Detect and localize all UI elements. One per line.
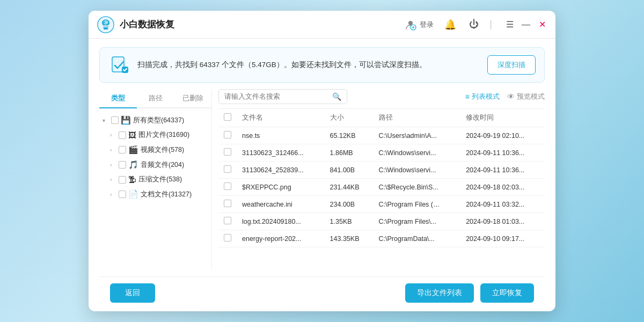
chevron-right-icon: › xyxy=(110,192,116,197)
tree-item-all[interactable]: ▾ 💾 所有类型(64337) xyxy=(99,113,211,128)
list-mode-label: 列表模式 xyxy=(472,92,500,101)
app-logo xyxy=(97,16,114,33)
row-path: C:\$Recycle.Bin\S... xyxy=(374,179,461,196)
archive-icon: 🗜 xyxy=(128,175,136,184)
menu-button[interactable]: ☰ xyxy=(505,20,515,30)
bell-icon[interactable]: 🔔 xyxy=(442,18,458,32)
scan-result-banner: 扫描完成，共找到 64337 个文件（5.47GB）。如要还未找到文件，可以尝试… xyxy=(99,47,545,83)
minimize-button[interactable]: — xyxy=(521,20,531,30)
table-header-row: 文件名 大小 路径 修改时间 xyxy=(218,109,545,127)
tree-item-archive[interactable]: › 🗜 压缩文件(538) xyxy=(99,172,211,187)
tree-checkbox-doc[interactable] xyxy=(119,191,126,198)
tree-label-audio: 音频文件(204) xyxy=(141,160,208,170)
row-modified: 2024-09-11 03:32... xyxy=(460,196,545,213)
row-size: 234.00B xyxy=(325,196,374,213)
tree-label-archive: 压缩文件(538) xyxy=(138,175,208,184)
table-row[interactable]: log.txt.202409180... 1.35KB C:\Program F… xyxy=(218,213,545,230)
tab-bar: 类型 路径 已删除 xyxy=(99,89,211,108)
preview-view-toggle[interactable]: 👁 预览模式 xyxy=(507,92,545,101)
row-path: C:\Users\admin\A... xyxy=(374,127,461,144)
footer: 返回 导出文件列表 立即恢复 xyxy=(99,276,545,303)
file-table: 文件名 大小 路径 修改时间 nse.ts 65.12KB C:\Users\a… xyxy=(218,108,545,270)
row-modified: 2024-09-18 01:03... xyxy=(460,213,545,230)
content-area: 扫描完成，共找到 64337 个文件（5.47GB）。如要还未找到文件，可以尝试… xyxy=(89,39,555,311)
tab-type[interactable]: 类型 xyxy=(99,89,137,108)
close-button[interactable]: ✕ xyxy=(537,20,547,30)
row-check-cell xyxy=(218,196,237,213)
tree-checkbox-video[interactable] xyxy=(119,146,126,153)
main-area: 类型 路径 已删除 ▾ 💾 所有类型(64337) › xyxy=(99,89,545,270)
tree-item-doc[interactable]: › 📄 文档文件(31327) xyxy=(99,187,211,202)
col-check xyxy=(218,109,237,127)
row-path: C:\Program Files\... xyxy=(374,213,461,230)
table-row[interactable]: energy-report-202... 143.35KB C:\Program… xyxy=(218,230,545,247)
row-name: 31130623_312466... xyxy=(237,144,325,162)
row-checkbox[interactable] xyxy=(224,217,231,224)
footer-right-buttons: 导出文件列表 立即恢复 xyxy=(405,283,534,303)
table-row[interactable]: 31130623_312466... 1.86MB C:\Windows\ser… xyxy=(218,144,545,162)
tree-item-image[interactable]: › 🖼 图片文件(31690) xyxy=(99,128,211,142)
back-button[interactable]: 返回 xyxy=(110,283,155,303)
file-toolbar: 🔍 ≡ 列表模式 👁 预览模式 xyxy=(218,89,545,104)
chevron-down-icon: ▾ xyxy=(103,118,109,123)
header-checkbox[interactable] xyxy=(224,113,231,121)
row-modified: 2024-09-11 10:36... xyxy=(460,162,545,179)
row-check-cell xyxy=(218,127,237,144)
row-modified: 2024-09-18 02:03... xyxy=(460,179,545,196)
search-box: 🔍 xyxy=(218,89,347,104)
tab-path[interactable]: 路径 xyxy=(137,89,174,107)
power-icon[interactable]: ⏻ xyxy=(467,18,481,31)
audio-icon: 🎵 xyxy=(128,160,138,170)
row-size: 65.12KB xyxy=(325,127,374,144)
tree-label-all: 所有类型(64337) xyxy=(133,116,208,125)
export-button[interactable]: 导出文件列表 xyxy=(405,283,474,303)
tab-deleted[interactable]: 已删除 xyxy=(174,89,211,107)
row-checkbox[interactable] xyxy=(224,234,231,241)
row-checkbox[interactable] xyxy=(224,200,231,207)
tree-checkbox-all[interactable] xyxy=(111,116,119,124)
app-window: 小白数据恢复 登录 🔔 ⏻ | ☰ — ✕ xyxy=(89,11,555,311)
view-modes: ≡ 列表模式 👁 预览模式 xyxy=(465,92,545,101)
tree-checkbox-audio[interactable] xyxy=(119,161,126,169)
row-path: C:\ProgramData\... xyxy=(374,230,461,247)
recover-button[interactable]: 立即恢复 xyxy=(480,283,534,303)
image-icon: 🖼 xyxy=(128,130,136,140)
row-checkbox[interactable] xyxy=(224,182,231,190)
search-icon: 🔍 xyxy=(332,92,341,101)
row-checkbox[interactable] xyxy=(224,165,231,173)
scan-result-icon xyxy=(108,54,130,76)
row-size: 841.00B xyxy=(325,162,374,179)
row-path: C:\Program Files (… xyxy=(374,196,461,213)
titlebar-actions: 登录 🔔 ⏻ | ☰ — ✕ xyxy=(405,18,547,32)
col-name: 文件名 xyxy=(237,109,325,127)
row-size: 231.44KB xyxy=(325,179,374,196)
row-name: weathercache.ini xyxy=(237,196,325,213)
user-area[interactable]: 登录 xyxy=(405,19,434,31)
row-name: 31130624_252839... xyxy=(237,162,325,179)
list-view-toggle[interactable]: ≡ 列表模式 xyxy=(465,92,500,101)
row-size: 1.86MB xyxy=(325,144,374,162)
table-row[interactable]: weathercache.ini 234.00B C:\Program File… xyxy=(218,196,545,213)
row-check-cell xyxy=(218,162,237,179)
table-row[interactable]: 31130624_252839... 841.00B C:\Windows\se… xyxy=(218,162,545,179)
deep-scan-button[interactable]: 深度扫描 xyxy=(487,55,536,75)
chevron-right-icon: › xyxy=(110,162,116,168)
table-row[interactable]: $RXEPPCC.png 231.44KB C:\$Recycle.Bin\S.… xyxy=(218,179,545,196)
tree-checkbox-image[interactable] xyxy=(119,131,126,139)
tree-item-video[interactable]: › 🎬 视频文件(578) xyxy=(99,142,211,157)
tree-checkbox-archive[interactable] xyxy=(119,176,126,184)
row-modified: 2024-09-11 10:36... xyxy=(460,144,545,162)
search-input[interactable] xyxy=(224,93,329,100)
row-name: energy-report-202... xyxy=(237,230,325,247)
row-checkbox[interactable] xyxy=(224,148,231,156)
eye-icon: 👁 xyxy=(507,92,515,101)
chevron-right-icon: › xyxy=(110,177,116,182)
chevron-right-icon: › xyxy=(110,147,116,153)
preview-mode-label: 预览模式 xyxy=(517,92,545,101)
tree-item-audio[interactable]: › 🎵 音频文件(204) xyxy=(99,157,211,172)
file-list-table: 文件名 大小 路径 修改时间 nse.ts 65.12KB C:\Users\a… xyxy=(218,109,545,247)
row-checkbox[interactable] xyxy=(224,131,231,138)
row-check-cell xyxy=(218,144,237,162)
table-row[interactable]: nse.ts 65.12KB C:\Users\admin\A... 2024-… xyxy=(218,127,545,144)
user-icon xyxy=(405,19,416,31)
